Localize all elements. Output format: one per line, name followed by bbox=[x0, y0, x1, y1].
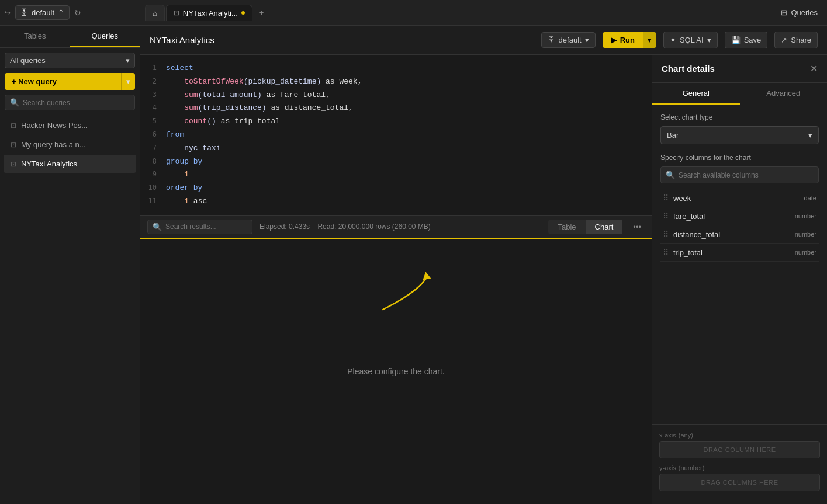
queries-button[interactable]: ⊞ Queries bbox=[776, 6, 822, 19]
code-line: 11 1 asc bbox=[140, 195, 652, 208]
active-tab[interactable]: ⊡ NYTaxi Analyti... bbox=[166, 5, 252, 21]
more-options-icon[interactable]: ••• bbox=[629, 220, 645, 234]
play-icon: ▶ bbox=[611, 36, 617, 44]
run-button[interactable]: ▶ Run bbox=[603, 32, 643, 48]
column-type: number bbox=[795, 213, 816, 220]
columns-section-label: Specify columns for the chart bbox=[660, 154, 819, 162]
editor-area: 1 select 2 toStartOfWeek(pickup_datetime… bbox=[140, 55, 652, 504]
query-item-label: My query has a n... bbox=[21, 140, 86, 149]
run-button-group: ▶ Run ▾ bbox=[603, 32, 656, 48]
search-columns-input[interactable] bbox=[679, 171, 814, 179]
new-query-dropdown[interactable]: ▾ bbox=[121, 73, 135, 90]
list-item-active[interactable]: ⊡ NYTaxi Analytics bbox=[4, 155, 136, 173]
query-tab-icon: ⊡ bbox=[174, 9, 179, 17]
db-badge[interactable]: 🗄 default ▾ bbox=[541, 32, 596, 48]
query-icon: ⊡ bbox=[11, 160, 16, 168]
chart-type-select[interactable]: Bar ▾ bbox=[660, 126, 819, 144]
new-query-button[interactable]: + New query bbox=[5, 73, 121, 90]
queries-icon: ⊞ bbox=[781, 8, 787, 17]
db-badge-name: default bbox=[559, 36, 582, 44]
search-queries-input[interactable] bbox=[23, 99, 130, 107]
db-badge-icon: 🗄 bbox=[548, 36, 555, 44]
code-line: 8 group by bbox=[140, 155, 652, 169]
code-line: 5 count() as trip_total bbox=[140, 115, 652, 128]
list-item[interactable]: ⊡ My query has a n... bbox=[4, 135, 136, 154]
column-row-distance-total[interactable]: ⠿ distance_total number bbox=[660, 225, 819, 244]
right-panel: Chart details ✕ General Advanced Select … bbox=[652, 55, 827, 504]
xaxis-drop-target[interactable]: DRAG COLUMN HERE bbox=[659, 441, 820, 458]
query-title: NYTaxi Analytics bbox=[150, 35, 534, 45]
query-item-label: Hacker News Pos... bbox=[21, 121, 88, 130]
top-bar: ↪ 🗄 default ⌃ ↻ ⌂ ⊡ NYTaxi Analyti... + … bbox=[0, 0, 827, 26]
search-queries[interactable]: 🔍 bbox=[5, 95, 135, 110]
save-icon: 💾 bbox=[731, 36, 741, 44]
close-button[interactable]: ✕ bbox=[810, 63, 818, 74]
home-tab[interactable]: ⌂ bbox=[145, 5, 165, 21]
column-type: date bbox=[804, 194, 816, 201]
yaxis-drop-target[interactable]: DRAG COLUMNS HERE bbox=[659, 474, 820, 491]
yaxis-drop-zone: y-axis (number) DRAG COLUMNS HERE bbox=[659, 464, 820, 491]
query-filter-select[interactable]: All queries ▾ bbox=[5, 53, 135, 68]
column-row-week[interactable]: ⠿ week date bbox=[660, 189, 819, 207]
search-results-input[interactable] bbox=[165, 223, 247, 231]
sidebar: Tables Queries All queries ▾ + New query… bbox=[0, 26, 140, 504]
save-button[interactable]: 💾 Save bbox=[725, 32, 768, 48]
code-line: 2 toStartOfWeek(pickup_datetime) as week… bbox=[140, 75, 652, 89]
search-icon: 🔍 bbox=[666, 171, 675, 179]
search-icon: 🔍 bbox=[153, 223, 162, 231]
code-line: 9 1 bbox=[140, 168, 652, 182]
tab-label: NYTaxi Analyti... bbox=[183, 9, 238, 18]
top-bar-right: ⊞ Queries bbox=[776, 6, 822, 19]
drag-handle-icon: ⠿ bbox=[663, 248, 669, 257]
list-item[interactable]: ⊡ Hacker News Pos... bbox=[4, 116, 136, 134]
query-icon: ⊡ bbox=[11, 121, 16, 130]
content-wrapper: NYTaxi Analytics 🗄 default ▾ ▶ Run ▾ ✦ S… bbox=[140, 26, 827, 504]
search-icon: 🔍 bbox=[10, 98, 19, 107]
code-line: 6 from bbox=[140, 128, 652, 142]
tabs-area: ⌂ ⊡ NYTaxi Analyti... + bbox=[145, 5, 776, 21]
column-type: number bbox=[795, 249, 816, 256]
tab-unsaved-dot bbox=[241, 11, 245, 15]
sidebar-tabs: Tables Queries bbox=[0, 26, 140, 48]
code-line: 3 sum(total_amount) as fare_total, bbox=[140, 89, 652, 102]
sql-ai-button[interactable]: ✦ SQL AI ▾ bbox=[663, 32, 718, 48]
share-button[interactable]: ↗ Share bbox=[774, 32, 818, 48]
add-tab-button[interactable]: + bbox=[254, 5, 270, 20]
refresh-icon[interactable]: ↻ bbox=[74, 8, 81, 18]
column-name: fare_total bbox=[673, 212, 795, 221]
db-icon: 🗄 bbox=[20, 8, 28, 17]
chevron-down-icon: ▾ bbox=[808, 131, 812, 140]
column-row-trip-total[interactable]: ⠿ trip_total number bbox=[660, 244, 819, 262]
query-item-label: NYTaxi Analytics bbox=[21, 159, 77, 168]
search-columns[interactable]: 🔍 bbox=[660, 166, 819, 183]
run-dropdown[interactable]: ▾ bbox=[643, 32, 656, 48]
chart-view-button[interactable]: Chart bbox=[586, 220, 623, 234]
search-results[interactable]: 🔍 bbox=[147, 220, 252, 234]
back-icon[interactable]: ↪ bbox=[5, 9, 11, 17]
chart-configure-message: Please configure the chart. bbox=[347, 367, 445, 376]
drag-handle-icon: ⠿ bbox=[663, 230, 669, 239]
top-bar-left: ↪ 🗄 default ⌃ ↻ bbox=[5, 5, 145, 20]
code-line: 1 select bbox=[140, 62, 652, 75]
chart-area: Please configure the chart. bbox=[140, 239, 652, 504]
table-view-button[interactable]: Table bbox=[548, 220, 585, 234]
tab-general[interactable]: General bbox=[652, 83, 740, 105]
db-selector[interactable]: 🗄 default ⌃ bbox=[15, 5, 70, 20]
code-editor[interactable]: 1 select 2 toStartOfWeek(pickup_datetime… bbox=[140, 55, 652, 216]
drag-handle-icon: ⠿ bbox=[663, 193, 669, 203]
chevron-down-icon: ▾ bbox=[707, 36, 711, 44]
chevron-down-icon: ▾ bbox=[585, 36, 589, 44]
results-bar: 🔍 Elapsed: 0.433s Read: 20,000,000 rows … bbox=[140, 216, 652, 239]
editor-results-area: 1 select 2 toStartOfWeek(pickup_datetime… bbox=[140, 55, 827, 504]
sidebar-tab-queries[interactable]: Queries bbox=[70, 26, 140, 47]
tab-advanced[interactable]: Advanced bbox=[740, 83, 828, 105]
results-stats: Elapsed: 0.433s Read: 20,000,000 rows (2… bbox=[259, 223, 541, 231]
share-icon: ↗ bbox=[781, 36, 787, 44]
panel-header: Chart details ✕ bbox=[652, 55, 827, 83]
chart-type-label: Select chart type bbox=[660, 113, 819, 121]
sidebar-tab-tables[interactable]: Tables bbox=[0, 26, 70, 47]
column-row-fare-total[interactable]: ⠿ fare_total number bbox=[660, 207, 819, 225]
query-header: NYTaxi Analytics 🗄 default ▾ ▶ Run ▾ ✦ S… bbox=[140, 26, 827, 55]
panel-title: Chart details bbox=[662, 64, 810, 74]
column-name: trip_total bbox=[673, 248, 795, 257]
